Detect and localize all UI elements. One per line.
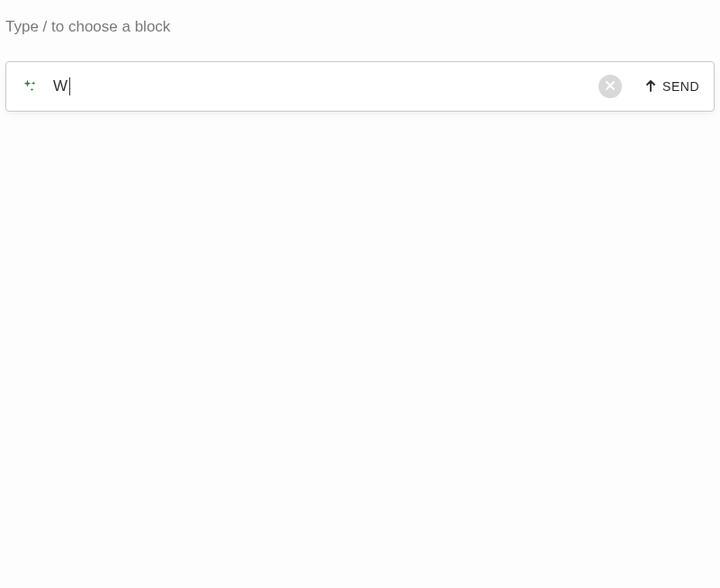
prompt-input-value: W (53, 77, 68, 95)
arrow-up-icon (644, 78, 658, 95)
block-hint-text: Type / to choose a block (5, 5, 715, 36)
prompt-input-box[interactable]: W SEND (5, 61, 715, 112)
sparkle-icon (21, 77, 39, 95)
clear-button[interactable] (598, 75, 622, 98)
send-button[interactable]: SEND (644, 78, 699, 95)
close-icon (605, 80, 616, 94)
text-cursor (69, 77, 70, 95)
prompt-input[interactable]: W (53, 77, 584, 95)
send-button-label: SEND (662, 79, 699, 94)
